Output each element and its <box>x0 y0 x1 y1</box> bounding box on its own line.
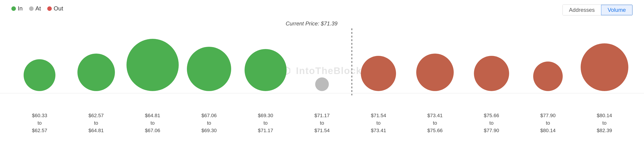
range-start-3: $67.06 <box>202 112 217 118</box>
chart-area <box>0 20 644 91</box>
label-col-7: $73.41to$75.66 <box>407 112 463 134</box>
bubble-2 <box>126 39 179 91</box>
range-start-1: $62.57 <box>88 112 104 118</box>
range-to-5: to <box>320 120 324 126</box>
bubble-10 <box>581 43 628 91</box>
range-end-8: $77.90 <box>484 128 499 133</box>
range-end-3: $69.30 <box>202 128 217 133</box>
legend-label-at: At <box>36 5 41 12</box>
bubble-7 <box>416 54 454 91</box>
range-end-2: $67.06 <box>145 128 160 133</box>
volume-button[interactable]: Volume <box>601 5 632 15</box>
bubble-col-8 <box>463 20 520 91</box>
range-start-5: $71.17 <box>314 112 330 118</box>
bubble-9 <box>533 62 563 91</box>
chart-container: In At Out Addresses Volume Current Price… <box>0 0 644 141</box>
label-col-9: $77.90to$80.14 <box>520 112 576 134</box>
bubble-6 <box>361 56 396 91</box>
bubble-col-1 <box>68 20 124 91</box>
view-toggle: Addresses Volume <box>562 4 633 16</box>
label-col-10: $80.14to$82.39 <box>576 112 633 134</box>
bubble-col-2 <box>124 20 181 91</box>
range-start-8: $75.66 <box>484 112 499 118</box>
range-end-0: $62.57 <box>32 128 47 133</box>
range-to-8: to <box>489 120 494 126</box>
bubble-col-3 <box>181 20 237 91</box>
label-col-2: $64.81to$67.06 <box>124 112 181 134</box>
bubble-8 <box>474 56 509 91</box>
bubble-col-0 <box>11 20 68 91</box>
addresses-button[interactable]: Addresses <box>563 5 601 15</box>
bubble-5 <box>315 78 329 91</box>
range-to-6: to <box>376 120 380 126</box>
range-to-4: to <box>264 120 268 126</box>
bubble-col-6 <box>350 20 407 91</box>
label-col-1: $62.57to$64.81 <box>68 112 124 134</box>
legend-item-in: In <box>11 5 23 12</box>
range-start-10: $80.14 <box>597 112 612 118</box>
bubble-col-4 <box>237 20 294 91</box>
range-to-0: to <box>38 120 42 126</box>
legend-dot-in <box>11 6 16 11</box>
range-start-2: $64.81 <box>145 112 160 118</box>
range-end-5: $71.54 <box>314 128 330 133</box>
range-end-10: $82.39 <box>597 128 612 133</box>
range-start-4: $69.30 <box>258 112 273 118</box>
label-col-3: $67.06to$69.30 <box>181 112 237 134</box>
range-end-9: $80.14 <box>540 128 556 133</box>
bubble-col-5 <box>294 20 350 91</box>
legend-dot-at <box>29 6 34 11</box>
bubble-col-7 <box>407 20 463 91</box>
range-to-2: to <box>150 120 155 126</box>
legend-label-out: Out <box>54 5 63 12</box>
range-to-10: to <box>602 120 606 126</box>
range-end-6: $73.41 <box>371 128 386 133</box>
range-end-4: $71.17 <box>258 128 273 133</box>
range-end-7: $75.66 <box>427 128 442 133</box>
label-col-4: $69.30to$71.17 <box>237 112 294 134</box>
range-to-9: to <box>546 120 550 126</box>
range-end-1: $64.81 <box>88 128 104 133</box>
label-col-0: $60.33to$62.57 <box>11 112 68 134</box>
range-start-6: $71.54 <box>371 112 386 118</box>
range-to-1: to <box>94 120 98 126</box>
legend: In At Out <box>11 5 63 12</box>
legend-item-at: At <box>29 5 41 12</box>
range-start-9: $77.90 <box>540 112 556 118</box>
bubble-0 <box>24 59 56 91</box>
legend-label-in: In <box>18 5 23 12</box>
bubble-col-10 <box>576 20 633 91</box>
labels-area: $60.33to$62.57$62.57to$64.81$64.81to$67.… <box>0 112 644 134</box>
label-col-5: $71.17to$71.54 <box>294 112 350 134</box>
range-start-0: $60.33 <box>32 112 47 118</box>
bubble-3 <box>187 47 231 91</box>
label-col-6: $71.54to$73.41 <box>350 112 407 134</box>
bubble-1 <box>78 54 115 91</box>
range-to-3: to <box>207 120 211 126</box>
range-to-7: to <box>433 120 437 126</box>
bubble-4 <box>244 49 286 91</box>
legend-dot-out <box>47 6 52 11</box>
legend-item-out: Out <box>47 5 63 12</box>
label-col-8: $75.66to$77.90 <box>463 112 520 134</box>
bubble-col-9 <box>520 20 576 91</box>
chart-divider <box>0 93 644 93</box>
range-start-7: $73.41 <box>427 112 442 118</box>
